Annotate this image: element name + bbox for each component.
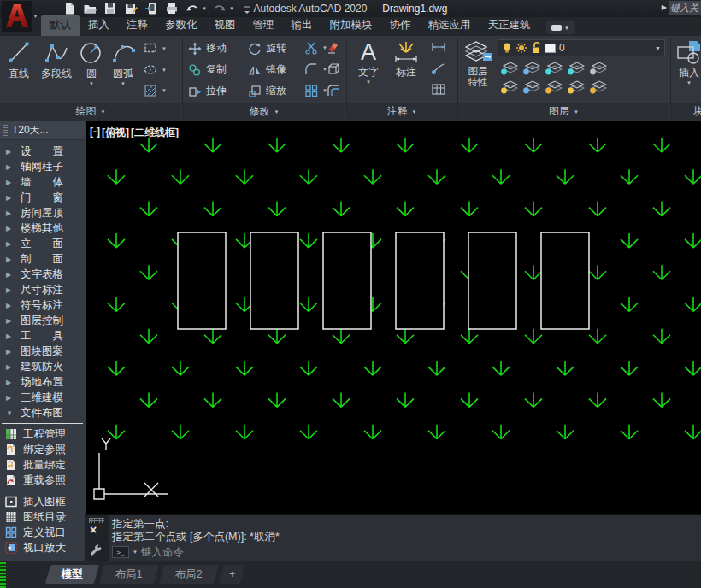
drawing-canvas[interactable]: [86, 121, 701, 514]
sidebar-item[interactable]: 视口放大: [0, 540, 85, 556]
drawing-rectangle[interactable]: [468, 232, 516, 329]
sidebar-item[interactable]: 插入图框: [0, 494, 85, 509]
offset-button[interactable]: [327, 84, 341, 97]
sidebar-item[interactable]: ▶文字表格: [0, 267, 85, 282]
panel-label-modify[interactable]: 修改 ▼: [183, 103, 345, 121]
search-expand-icon[interactable]: ▶: [662, 3, 667, 11]
qat-save-button[interactable]: [103, 1, 118, 16]
leader-button[interactable]: [431, 62, 446, 74]
polyline-button[interactable]: 多段线: [38, 38, 75, 81]
layer-properties-button[interactable]: 图层 特性: [460, 39, 496, 87]
close-icon[interactable]: ×: [90, 523, 97, 537]
ribbon-tab-附加模块[interactable]: 附加模块: [321, 15, 381, 36]
sidebar-item[interactable]: ▶轴网柱子: [0, 159, 85, 174]
view-controls-button[interactable]: [俯视]: [102, 126, 129, 140]
erase-button[interactable]: [327, 41, 341, 55]
command-input[interactable]: [141, 546, 698, 558]
sidebar-item[interactable]: ▶门 窗: [0, 190, 85, 205]
qat-print-button[interactable]: [164, 1, 180, 16]
sidebar-item[interactable]: ▶尺寸标注: [0, 282, 85, 297]
ribbon-tab-天正建筑[interactable]: 天正建筑: [480, 15, 539, 36]
trim-button[interactable]: ▼: [304, 41, 327, 55]
panel-label-layers[interactable]: 图层 ▼: [458, 103, 669, 121]
drawing-rectangle[interactable]: [178, 232, 226, 329]
array-button[interactable]: ▼: [304, 84, 327, 97]
sidebar-item[interactable]: 批量绑定: [0, 457, 85, 473]
ribbon-tab-管理[interactable]: 管理: [244, 15, 283, 36]
dimension-button[interactable]: 标注: [390, 38, 422, 79]
layer-tool-icon[interactable]: [520, 59, 542, 78]
rectangle-tool-button[interactable]: ▼: [144, 42, 167, 55]
qat-transfer-button[interactable]: [144, 1, 159, 16]
layout-tab-模型[interactable]: 模型: [45, 565, 99, 584]
ellipse-tool-button[interactable]: ▼: [144, 63, 167, 76]
line-button[interactable]: 直线: [3, 38, 34, 81]
hatch-tool-button[interactable]: ▼: [144, 84, 167, 97]
qat-open-button[interactable]: [82, 1, 97, 16]
explode-button[interactable]: [327, 62, 341, 76]
layer-tool-icon[interactable]: [586, 78, 609, 97]
ribbon-tab-输出[interactable]: 输出: [283, 15, 321, 36]
ribbon-tab-精选应用[interactable]: 精选应用: [420, 15, 480, 36]
sidebar-item[interactable]: ▶剖 面: [0, 251, 85, 267]
search-field[interactable]: 键入关: [669, 1, 701, 15]
customize-wrench-icon[interactable]: [90, 544, 103, 558]
qat-new-button[interactable]: [62, 1, 77, 16]
drawing-rectangle[interactable]: [323, 232, 371, 329]
qat-redo-button[interactable]: [212, 1, 227, 16]
layer-tool-icon[interactable]: [498, 59, 520, 78]
ribbon-tab-协作[interactable]: 协作: [381, 15, 420, 36]
copy-button[interactable]: 复制: [188, 62, 227, 77]
sidebar-item[interactable]: 绑定参照: [0, 442, 85, 457]
layer-tool-icon[interactable]: [520, 78, 542, 97]
sidebar-item[interactable]: ▶图块图案: [0, 344, 85, 359]
drawing-rectangle[interactable]: [541, 232, 589, 329]
sidebar-item[interactable]: ▶三维建模: [0, 390, 85, 405]
drawing-rectangle[interactable]: [396, 232, 444, 329]
sidebar-item[interactable]: ▶图层控制: [0, 313, 85, 328]
chevron-down-icon[interactable]: ▼: [202, 6, 207, 11]
screen-menu-header[interactable]: T20天...: [0, 121, 85, 140]
sidebar-item[interactable]: 工程管理: [0, 426, 85, 442]
text-button[interactable]: A 文字 ▼: [352, 38, 385, 85]
sidebar-item[interactable]: ▶楼梯其他: [0, 220, 85, 236]
table-button[interactable]: [431, 83, 446, 96]
drawing-rectangle[interactable]: [250, 232, 298, 329]
stretch-button[interactable]: 拉伸: [188, 84, 227, 98]
chevron-down-icon[interactable]: ▼: [229, 6, 234, 11]
layer-tool-icon[interactable]: [586, 59, 609, 78]
qat-customize-button[interactable]: [239, 1, 255, 16]
sidebar-item[interactable]: ▶立 面: [0, 236, 85, 251]
app-menu-button[interactable]: ▼: [2, 1, 41, 35]
move-button[interactable]: 移动: [188, 41, 227, 56]
visual-style-button[interactable]: [二维线框]: [131, 126, 179, 140]
sidebar-item[interactable]: ▶墙 体: [0, 174, 85, 190]
sidebar-item[interactable]: ▼文件布图: [0, 405, 85, 420]
qat-undo-button[interactable]: [185, 1, 200, 16]
qat-save-as-button[interactable]: [123, 1, 138, 16]
command-prompt-icon[interactable]: >_: [112, 546, 129, 558]
sidebar-item[interactable]: ▶房间屋顶: [0, 205, 85, 220]
layer-tool-icon[interactable]: [542, 59, 564, 78]
layout-tab-布局1[interactable]: 布局1: [99, 565, 159, 584]
mirror-button[interactable]: 镜像: [248, 62, 286, 77]
scale-button[interactable]: 缩放: [248, 84, 286, 98]
circle-button[interactable]: 圆 ▼: [79, 38, 104, 86]
panel-label-draw[interactable]: 绘图 ▼: [0, 103, 181, 121]
layer-dropdown[interactable]: 0 ▼: [498, 39, 665, 56]
arc-button[interactable]: 圆弧 ▼: [108, 38, 138, 86]
sidebar-item[interactable]: ▶建筑防火: [0, 359, 85, 374]
chevron-down-icon[interactable]: ▼: [133, 550, 138, 555]
ribbon-tab-注释[interactable]: 注释: [118, 15, 156, 36]
viewport-controls-button[interactable]: [-]: [90, 126, 100, 140]
grip-handle-icon[interactable]: [3, 125, 8, 137]
insert-block-button[interactable]: 插入 ▼: [674, 39, 701, 85]
new-layout-button[interactable]: +: [219, 565, 246, 584]
layer-tool-icon[interactable]: [498, 78, 520, 97]
layer-tool-icon[interactable]: [564, 59, 586, 78]
ribbon-tab-参数化[interactable]: 参数化: [156, 15, 206, 36]
panel-label-annotate[interactable]: 注释 ▼: [347, 103, 457, 121]
sidebar-item[interactable]: ▶设 置: [0, 144, 85, 159]
sidebar-item[interactable]: 图纸目录: [0, 509, 85, 525]
layer-tool-icon[interactable]: [542, 78, 564, 97]
